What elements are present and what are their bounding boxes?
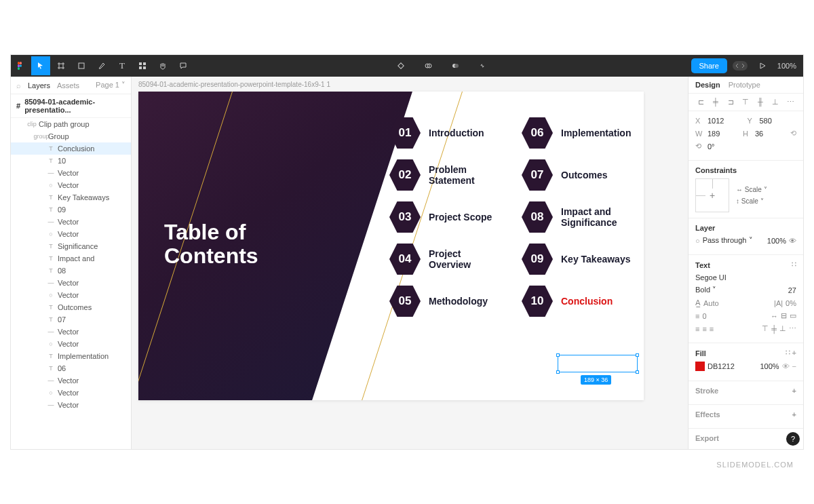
layer-item[interactable]: —Vector	[11, 374, 131, 387]
text-align-middle-icon[interactable]: ╪	[771, 325, 777, 333]
align-hcenter-icon[interactable]: ╪	[710, 98, 721, 106]
present-button[interactable]	[753, 56, 772, 75]
layer-item[interactable]: T06	[11, 362, 131, 374]
font-weight-select[interactable]: Bold ˅	[695, 286, 786, 294]
layer-type-icon: T	[47, 206, 54, 213]
text-tool[interactable]: T	[113, 56, 132, 75]
constrain-proportions-icon[interactable]: ⟲	[790, 129, 796, 138]
auto-width-icon[interactable]: ↔	[771, 312, 778, 320]
layer-item[interactable]: TSignificance	[11, 240, 131, 252]
layer-item[interactable]: ○Vector	[11, 387, 131, 399]
page-selector[interactable]: Page 1 ˅	[96, 81, 125, 90]
visibility-icon[interactable]: 👁	[789, 237, 796, 245]
text-align-top-icon[interactable]: ⊤	[762, 324, 769, 333]
layer-item[interactable]: —Vector	[11, 167, 131, 179]
pen-tool[interactable]	[92, 56, 111, 75]
align-more-icon[interactable]: ⋯	[785, 98, 796, 106]
boolean-icon[interactable]	[446, 56, 465, 75]
text-align-left-icon[interactable]: ≡	[695, 325, 699, 333]
fill-color-swatch[interactable]	[695, 362, 705, 371]
share-button[interactable]: Share	[691, 58, 727, 73]
file-name-row[interactable]: # 85094-01-academic-presentatio...	[11, 94, 131, 118]
y-input[interactable]: 580	[760, 117, 797, 125]
add-stroke-icon[interactable]: +	[792, 387, 796, 395]
design-tab[interactable]: Design	[695, 81, 720, 89]
layer-item[interactable]: TOutcomes	[11, 301, 131, 313]
constraint-v-select[interactable]: ↕ Scale ˅	[736, 197, 767, 205]
layer-opacity-input[interactable]: 100%	[767, 237, 786, 245]
resources-tool[interactable]	[133, 56, 152, 75]
line-height-input[interactable]: Auto	[703, 299, 771, 307]
align-top-icon[interactable]: ⊤	[740, 98, 751, 106]
layer-item[interactable]: T10	[11, 155, 131, 167]
layer-type-icon: T	[47, 353, 54, 360]
canvas[interactable]: 85094-01-academic-presentation-powerpoin…	[132, 77, 688, 449]
layer-item[interactable]: —Vector	[11, 326, 131, 338]
align-vcenter-icon[interactable]: ╫	[755, 98, 766, 106]
frame-label[interactable]: 85094-01-academic-presentation-powerpoin…	[138, 81, 330, 88]
add-fill-icon[interactable]: +	[792, 349, 796, 357]
x-input[interactable]: 1012	[708, 117, 745, 125]
layer-item[interactable]: TImpact and	[11, 252, 131, 265]
layer-item[interactable]: ○Vector	[11, 228, 131, 240]
layer-item[interactable]: —Vector	[11, 399, 131, 411]
text-align-right-icon[interactable]: ≡	[710, 325, 714, 333]
rotation-input[interactable]: 0°	[708, 142, 796, 151]
letter-spacing-input[interactable]: 0%	[786, 299, 796, 307]
component-icon[interactable]	[391, 56, 410, 75]
layer-item[interactable]: T09	[11, 203, 131, 216]
slide-frame[interactable]: Table of Contents 01Introduction06Implem…	[138, 92, 644, 400]
text-align-center-icon[interactable]: ≡	[702, 325, 706, 333]
fill-hex-input[interactable]: DB1212	[708, 362, 757, 370]
align-bottom-icon[interactable]: ⊥	[770, 98, 781, 106]
layer-item[interactable]: TKey Takeaways	[11, 191, 131, 203]
w-input[interactable]: 189	[708, 130, 740, 138]
constraints-widget[interactable]: +	[695, 178, 729, 212]
fixed-size-icon[interactable]: ▭	[790, 311, 796, 320]
layer-item[interactable]: clipClip path group	[11, 118, 131, 130]
fill-opacity-input[interactable]: 100%	[760, 362, 779, 370]
text-styles-icon[interactable]: ∷	[792, 260, 796, 269]
font-family-select[interactable]: Segoe UI	[695, 273, 796, 282]
search-icon[interactable]: ⌕	[16, 81, 21, 90]
layer-item[interactable]: TConclusion	[11, 142, 131, 155]
text-more-icon[interactable]: ⋯	[789, 324, 796, 333]
move-tool[interactable]	[31, 56, 50, 75]
align-right-icon[interactable]: ⊐	[725, 98, 736, 106]
font-size-input[interactable]: 27	[788, 286, 796, 294]
comment-tool[interactable]	[174, 56, 193, 75]
layer-item[interactable]: groupGroup	[11, 130, 131, 142]
help-button[interactable]: ?	[786, 432, 800, 446]
figma-menu-button[interactable]	[11, 56, 30, 75]
fill-remove-icon[interactable]: −	[792, 362, 796, 370]
fill-styles-icon[interactable]: ∷	[786, 349, 790, 357]
layer-item[interactable]: ○Vector	[11, 338, 131, 350]
frame-tool[interactable]	[52, 56, 71, 75]
add-effect-icon[interactable]: +	[792, 410, 796, 419]
layer-list[interactable]: clipClip path groupgroupGroupTConclusion…	[11, 118, 131, 449]
prototype-tab[interactable]: Prototype	[729, 81, 760, 89]
zoom-control[interactable]: 100%	[777, 62, 796, 70]
text-align-bottom-icon[interactable]: ⊥	[779, 324, 786, 333]
auto-height-icon[interactable]: ⊟	[781, 311, 787, 320]
constraint-h-select[interactable]: ↔ Scale ˅	[736, 186, 767, 193]
blend-mode-select[interactable]: Pass through ˅	[703, 236, 764, 245]
hand-tool[interactable]	[153, 56, 172, 75]
align-left-icon[interactable]: ⊏	[695, 98, 706, 106]
assets-tab[interactable]: Assets	[57, 81, 79, 90]
h-input[interactable]: 36	[755, 130, 788, 138]
fill-visibility-icon[interactable]: 👁	[782, 362, 790, 370]
layer-item[interactable]: T08	[11, 265, 131, 277]
mask-icon[interactable]	[419, 56, 438, 75]
shape-tool[interactable]	[72, 56, 91, 75]
layer-item[interactable]: —Vector	[11, 216, 131, 228]
layer-item[interactable]: TImplementation	[11, 350, 131, 362]
layer-item[interactable]: —Vector	[11, 277, 131, 289]
layer-item[interactable]: ○Vector	[11, 179, 131, 191]
layer-item[interactable]: T07	[11, 313, 131, 326]
layers-tab[interactable]: Layers	[28, 81, 50, 90]
layer-item[interactable]: ○Vector	[11, 289, 131, 301]
dev-mode-toggle[interactable]	[733, 61, 748, 71]
link-icon[interactable]	[473, 56, 492, 75]
paragraph-spacing-input[interactable]: 0	[702, 312, 768, 320]
